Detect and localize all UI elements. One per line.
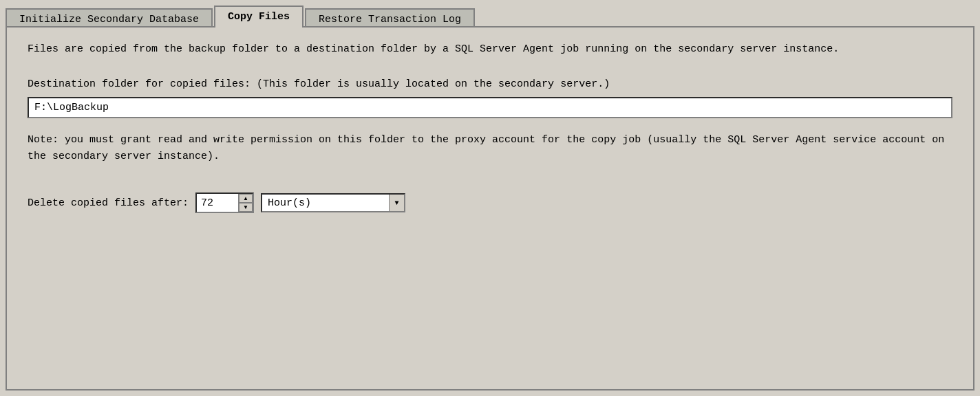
destination-path-input[interactable] [28,97,952,118]
dropdown-arrow-icon: ▼ [395,199,399,207]
spinner-down-button[interactable]: ▼ [239,203,253,212]
unit-select-text: Hour(s) [262,195,389,211]
description-text: Files are copied from the backup folder … [28,41,952,58]
spinner-container: ▲ ▼ [195,192,254,213]
content-area: Files are copied from the backup folder … [6,26,974,390]
dialog-container: Initialize Secondary Database Copy Files… [0,0,980,396]
spinner-buttons: ▲ ▼ [238,194,253,212]
unit-dropdown-button[interactable]: ▼ [389,195,404,211]
spinner-up-button[interactable]: ▲ [239,194,253,203]
tab-bar: Initialize Secondary Database Copy Files… [0,0,980,26]
spinner-up-icon: ▲ [243,196,248,201]
note-text: Note: you must grant read and write perm… [28,132,952,165]
delete-value-input[interactable] [197,195,238,212]
delete-row: Delete copied files after: ▲ ▼ Hour(s) ▼ [28,192,952,213]
unit-select-wrapper[interactable]: Hour(s) ▼ [261,193,405,212]
spinner-down-icon: ▼ [243,205,248,210]
delete-label: Delete copied files after: [28,197,189,209]
tab-copyfiles[interactable]: Copy Files [214,6,303,28]
destination-label: Destination folder for copied files: (Th… [28,78,952,90]
